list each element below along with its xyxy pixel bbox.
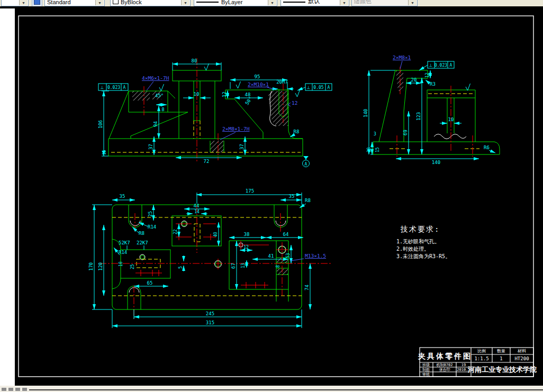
- gdt-symbol: ⊥: [101, 85, 104, 90]
- text-style-value: Standard: [47, 0, 71, 5]
- qty-value: 1: [500, 356, 502, 361]
- bottom-button[interactable]: [8, 388, 13, 391]
- dim-label: 12: [425, 72, 430, 78]
- thread-depth-note: 12: [292, 100, 297, 106]
- row-value: 机制0702: [437, 363, 453, 367]
- toolbar: ▼ Standard ▼ ByBlock ▼ ByLayer ▼ 默认 ▼ 随颜…: [0, 0, 543, 6]
- dim-label: 37: [239, 144, 245, 150]
- dim-label: 20H7: [276, 79, 288, 85]
- hatch-area: [132, 91, 150, 101]
- chevron-down-icon: ▼: [408, 0, 417, 5]
- color-combo[interactable]: ByBlock ▼: [110, 0, 191, 6]
- row-value: 张合印: [439, 368, 450, 372]
- tech-title: 技术要求:: [400, 225, 440, 233]
- datum-letter: A: [305, 162, 307, 167]
- dim-label: 123: [416, 112, 421, 121]
- lineweight-combo[interactable]: 默认 ▼: [280, 0, 349, 6]
- dim-label: 67: [231, 263, 236, 269]
- dim-label: 140: [363, 109, 368, 117]
- chevron-down-icon[interactable]: ▼: [268, 0, 276, 5]
- hatch-area: [210, 141, 224, 152]
- dim-label: 23: [367, 147, 372, 152]
- model-space[interactable]: [15, 8, 543, 386]
- dim-label: 10: [194, 92, 200, 97]
- thread-callout: 4×M6×1-7H: [142, 75, 169, 81]
- dim-label: 3: [374, 132, 376, 136]
- dim-label: 175: [246, 188, 254, 194]
- chevron-down-icon[interactable]: ▼: [19, 0, 28, 5]
- bottom-button[interactable]: [15, 388, 20, 391]
- text-style-combo[interactable]: Standard ▼: [44, 0, 105, 6]
- dim-label: 35: [120, 194, 125, 199]
- dim-label: 15: [375, 147, 380, 152]
- color-value: ByBlock: [121, 0, 142, 5]
- layer-combo[interactable]: ▼: [1, 0, 29, 6]
- dim-label: 69: [403, 130, 408, 135]
- dim-label: 52K7: [119, 240, 130, 245]
- dim-label: 15: [102, 150, 107, 155]
- drawing-title: 夹具体零件图: [418, 352, 472, 360]
- table-icon: [34, 0, 40, 5]
- scale-label: 比例: [477, 349, 486, 353]
- school-name: 河南工业专业技术学院: [467, 366, 537, 373]
- chevron-down-icon[interactable]: ▼: [340, 0, 348, 5]
- thread-callout: M13×1.5: [305, 253, 326, 259]
- lineweight-value: 默认: [308, 0, 320, 5]
- dim-label: 80: [192, 58, 197, 63]
- dim-label: R3: [430, 81, 436, 87]
- dim-label: 8: [276, 265, 280, 268]
- dim-label: R8: [139, 231, 144, 236]
- linetype-combo[interactable]: ByLayer ▼: [194, 0, 277, 6]
- dim-label: 74: [304, 285, 310, 290]
- qty-label: 数量: [497, 349, 505, 353]
- gdt-datum-ref: A: [450, 63, 453, 68]
- bottom-divider: [29, 389, 543, 390]
- tech-item: 1.无砂眼和气孔。: [396, 239, 440, 244]
- chevron-down-icon[interactable]: ▼: [95, 0, 104, 5]
- dim-label: 140: [432, 160, 440, 165]
- color-swatch-icon: [113, 0, 119, 4]
- dim-label: 12: [243, 245, 249, 250]
- bottom-bar: [0, 386, 543, 392]
- dim-label: 38: [244, 232, 250, 237]
- left-margin: [0, 8, 15, 386]
- dim-label: 45°: [155, 93, 164, 98]
- material-label: 材料: [517, 349, 526, 353]
- dim-label: 25: [130, 264, 135, 269]
- gdt-datum-ref: A: [123, 85, 126, 90]
- row-label: 制图: [422, 368, 430, 372]
- dim-label: 12: [222, 92, 227, 97]
- chevron-down-icon[interactable]: ▼: [181, 0, 189, 5]
- scale-value: 1:1.5: [474, 356, 488, 361]
- dim-label: 14: [194, 209, 200, 214]
- row-label: 班级: [422, 363, 430, 367]
- linetype-value: ByLayer: [221, 0, 242, 5]
- dim-label: 41: [268, 253, 274, 259]
- gdt-symbol: ⊥: [307, 85, 311, 90]
- linetype-sample-icon: [196, 2, 219, 3]
- dim-label: 53: [286, 253, 291, 258]
- toolbar-separator: [0, 6, 543, 8]
- bottom-button[interactable]: [22, 388, 27, 391]
- dim-label: 10: [448, 117, 454, 122]
- row-extra: 19: [461, 363, 466, 367]
- dim-label: 40: [213, 232, 218, 237]
- drawing-canvas[interactable]: 80 10 95 20H7 48 12 45° 8 50° 94 37: [0, 0, 543, 392]
- bottom-button[interactable]: [2, 388, 6, 391]
- gdt-value: 0.05: [313, 85, 323, 90]
- dim-label: 10: [119, 261, 123, 267]
- lineweight-sample-icon: [283, 2, 305, 3]
- dim-label: 22: [173, 229, 178, 234]
- style-icon[interactable]: [32, 0, 42, 6]
- dim-label: 35: [289, 194, 295, 199]
- dim-label: 5: [178, 266, 183, 269]
- plotstyle-value: 随颜色: [354, 0, 372, 5]
- dim-label: R8: [294, 129, 300, 134]
- dim-label: 8: [161, 107, 164, 112]
- dim-label: 20: [411, 77, 417, 83]
- dim-label: 315: [206, 320, 214, 325]
- thread-callout: 2×M8×1-7H: [222, 126, 250, 132]
- dim-label: 64: [283, 232, 289, 237]
- cad-window: ▼ Standard ▼ ByBlock ▼ ByLayer ▼ 默认 ▼ 随颜…: [0, 0, 543, 392]
- dim-label: 22K7: [137, 240, 148, 245]
